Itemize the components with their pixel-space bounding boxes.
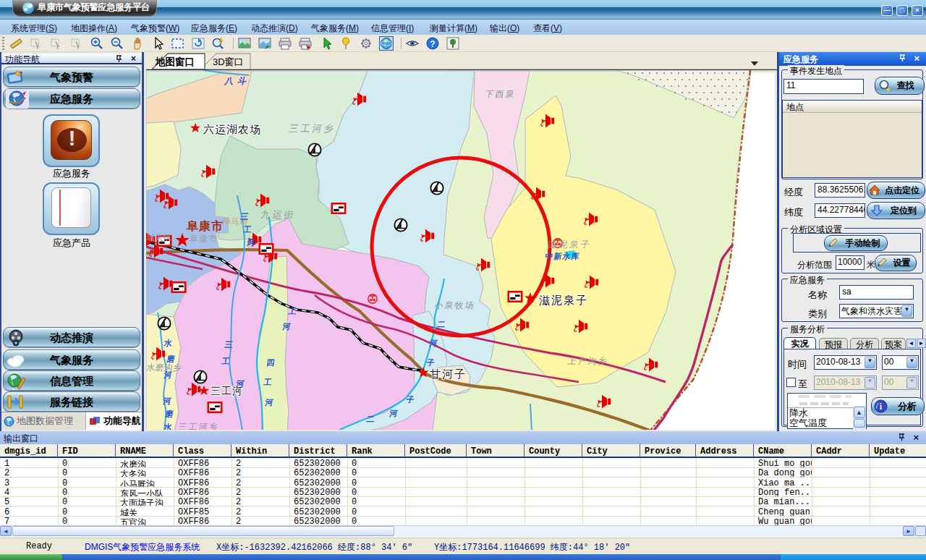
svg-text:工: 工 <box>288 307 297 315</box>
svg-text:河: 河 <box>246 238 256 247</box>
svg-text:水: 水 <box>163 423 174 430</box>
svg-text:三: 三 <box>224 340 234 349</box>
svg-text:河: 河 <box>235 379 245 388</box>
svg-text:河: 河 <box>428 339 438 347</box>
svg-text:磨: 磨 <box>164 410 174 418</box>
svg-text:三工河乡: 三工河乡 <box>178 422 220 430</box>
svg-text:二: 二 <box>437 320 446 328</box>
svg-text:小泉牧场: 小泉牧场 <box>434 300 476 310</box>
svg-text:地图窗口: 地图窗口 <box>155 56 195 67</box>
svg-text:八斗: 八斗 <box>223 76 252 86</box>
svg-text:磨: 磨 <box>166 355 176 363</box>
svg-text:阜康市: 阜康市 <box>190 234 218 244</box>
svg-text:城关镇: 城关镇 <box>146 233 171 242</box>
svg-text:三: 三 <box>240 212 250 221</box>
svg-text:六运湖农场: 六运湖农场 <box>203 123 261 135</box>
svg-text:四: 四 <box>266 358 276 367</box>
svg-text:阜康市: 阜康市 <box>186 219 224 232</box>
svg-text:滋泥泉子: 滋泥泉子 <box>548 239 592 250</box>
svg-text:河: 河 <box>264 398 274 407</box>
svg-text:子: 子 <box>405 395 415 404</box>
svg-text:工: 工 <box>221 357 231 365</box>
svg-text:三工河乡: 三工河乡 <box>288 123 336 134</box>
svg-text:工: 工 <box>263 378 273 386</box>
svg-text:河: 河 <box>388 409 399 417</box>
svg-text:子: 子 <box>425 358 436 367</box>
svg-text:九运街: 九运街 <box>260 209 297 220</box>
svg-text:河: 河 <box>162 396 172 405</box>
svg-text:滋泥泉子: 滋泥泉子 <box>539 294 588 306</box>
svg-text:下西泉: 下西泉 <box>485 89 517 99</box>
svg-text:3D窗口: 3D窗口 <box>213 56 244 67</box>
svg-text:?: ? <box>430 39 435 49</box>
svg-text:二: 二 <box>366 415 375 423</box>
svg-text:河: 河 <box>281 322 292 331</box>
svg-text:甘河子: 甘河子 <box>430 368 467 380</box>
svg-text:河: 河 <box>163 370 173 379</box>
svg-text:工: 工 <box>243 225 252 234</box>
svg-text:上户沟乡: 上户沟乡 <box>567 356 609 366</box>
svg-text:中新水库: 中新水库 <box>545 252 581 260</box>
